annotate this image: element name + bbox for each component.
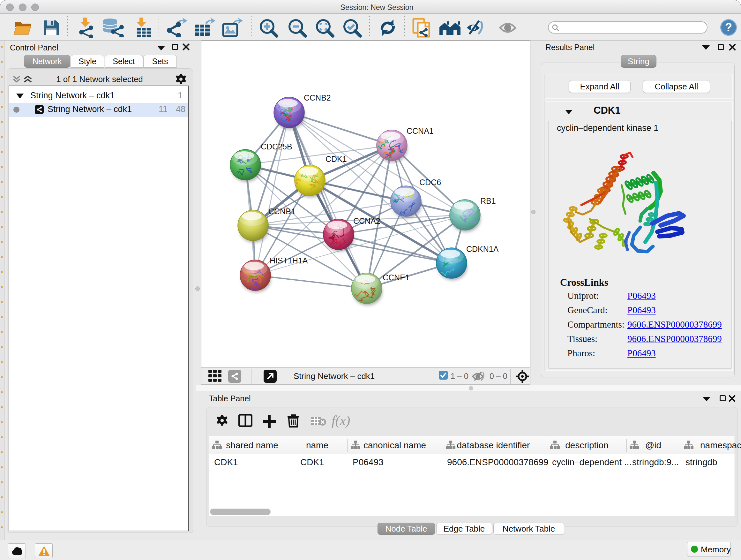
- svg-text:CDK1: CDK1: [326, 154, 347, 164]
- svg-text:CCNB1: CCNB1: [268, 207, 295, 216]
- svg-text:CDC6: CDC6: [419, 178, 441, 187]
- svg-text:CDKN1A: CDKN1A: [466, 245, 499, 253]
- svg-text:RB1: RB1: [480, 196, 496, 205]
- svg-text:CCNA1: CCNA1: [407, 126, 434, 135]
- svg-text:CCNA2: CCNA2: [353, 216, 381, 226]
- svg-text:HIST1H1A: HIST1H1A: [270, 256, 308, 265]
- svg-text:CCNE1: CCNE1: [383, 273, 410, 282]
- svg-text:CCNB2: CCNB2: [304, 93, 331, 102]
- svg-text:CDC25B: CDC25B: [261, 142, 292, 151]
